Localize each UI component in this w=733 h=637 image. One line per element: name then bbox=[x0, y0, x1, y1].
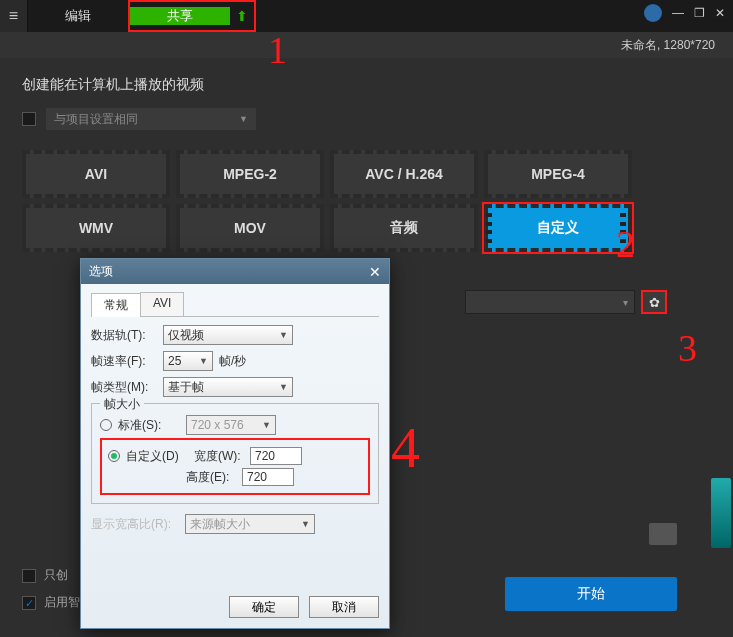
smart-render-checkbox[interactable] bbox=[22, 596, 36, 610]
minimize-button[interactable]: — bbox=[672, 6, 684, 20]
dialog-titlebar[interactable]: 选项 ✕ bbox=[81, 259, 389, 284]
custom-label: 自定义(D) bbox=[126, 448, 188, 465]
options-dialog: 选项 ✕ 常规 AVI 数据轨(T): 仅视频 ▼ 帧速率(F): 25 ▼ 帧… bbox=[80, 258, 390, 629]
format-label: MPEG-2 bbox=[223, 166, 277, 182]
fps-value: 25 bbox=[168, 354, 181, 368]
format-mpeg2[interactable]: MPEG-2 bbox=[176, 150, 324, 198]
format-label: MOV bbox=[234, 220, 266, 236]
page-heading: 创建能在计算机上播放的视频 bbox=[22, 76, 711, 94]
height-label: 高度(E): bbox=[186, 469, 236, 486]
caret-down-icon: ▼ bbox=[262, 420, 271, 430]
format-grid: AVI MPEG-2 AVC / H.264 MPEG-4 WMV MOV 音频… bbox=[22, 150, 711, 252]
aspect-value: 来源帧大小 bbox=[190, 516, 250, 533]
dialog-close-button[interactable]: ✕ bbox=[369, 264, 381, 280]
gear-icon: ✿ bbox=[649, 295, 660, 310]
format-avc[interactable]: AVC / H.264 bbox=[330, 150, 478, 198]
project-same-select[interactable]: 与项目设置相同 ▼ bbox=[46, 108, 256, 130]
format-label: AVI bbox=[85, 166, 107, 182]
arrow-up-icon: ⬆ bbox=[230, 8, 254, 24]
tab-edit[interactable]: 编辑 bbox=[28, 0, 128, 32]
format-mov[interactable]: MOV bbox=[176, 204, 324, 252]
only-create-checkbox[interactable] bbox=[22, 569, 36, 583]
frametype-row: 帧类型(M): 基于帧 ▼ bbox=[91, 377, 379, 397]
restore-button[interactable]: ❐ bbox=[694, 6, 705, 20]
project-title: 未命名, 1280*720 bbox=[621, 37, 715, 54]
height-row: 高度(E): 720 bbox=[108, 468, 362, 486]
format-label: WMV bbox=[79, 220, 113, 236]
start-button-label: 开始 bbox=[577, 585, 605, 603]
format-audio[interactable]: 音频 bbox=[330, 204, 478, 252]
tab-share-highlight: 共享 ⬆ bbox=[128, 0, 256, 32]
caret-down-icon: ▼ bbox=[279, 382, 288, 392]
annotation-3: 3 bbox=[678, 326, 697, 370]
format-avi[interactable]: AVI bbox=[22, 150, 170, 198]
frametype-select[interactable]: 基于帧 ▼ bbox=[163, 377, 293, 397]
height-input[interactable]: 720 bbox=[242, 468, 294, 486]
format-label: MPEG-4 bbox=[531, 166, 585, 182]
app-badge-icon bbox=[644, 4, 662, 22]
dialog-buttons: 确定 取消 bbox=[81, 588, 389, 628]
track-row: 数据轨(T): 仅视频 ▼ bbox=[91, 325, 379, 345]
aspect-select: 来源帧大小 ▼ bbox=[185, 514, 315, 534]
caret-down-icon: ▼ bbox=[301, 519, 310, 529]
settings-gear-button[interactable]: ✿ bbox=[641, 290, 667, 314]
right-slider[interactable] bbox=[711, 478, 731, 548]
fps-label: 帧速率(F): bbox=[91, 353, 157, 370]
ok-button[interactable]: 确定 bbox=[229, 596, 299, 618]
top-bar: ≡ 编辑 共享 ⬆ — ❐ ✕ bbox=[0, 0, 733, 32]
caret-down-icon: ▾ bbox=[623, 297, 628, 308]
standard-size-select[interactable]: 720 x 576 ▼ bbox=[186, 415, 276, 435]
title-strip: 未命名, 1280*720 bbox=[0, 32, 733, 58]
fps-select[interactable]: 25 ▼ bbox=[163, 351, 213, 371]
custom-radio[interactable] bbox=[108, 450, 120, 462]
width-label: 宽度(W): bbox=[194, 448, 244, 465]
fps-row: 帧速率(F): 25 ▼ 帧/秒 bbox=[91, 351, 379, 371]
dialog-tab-avi[interactable]: AVI bbox=[140, 292, 184, 316]
framesize-fieldset: 帧大小 标准(S): 720 x 576 ▼ 自定义(D) 宽度(W): 720… bbox=[91, 403, 379, 504]
track-value: 仅视频 bbox=[168, 327, 204, 344]
dialog-tabs: 常规 AVI bbox=[91, 292, 379, 317]
dialog-body: 常规 AVI 数据轨(T): 仅视频 ▼ 帧速率(F): 25 ▼ 帧/秒 帧类… bbox=[81, 284, 389, 588]
custom-size-highlight: 自定义(D) 宽度(W): 720 高度(E): 720 bbox=[100, 438, 370, 495]
annotation-4: 4 bbox=[391, 414, 420, 481]
aspect-label: 显示宽高比(R): bbox=[91, 516, 179, 533]
fps-unit: 帧/秒 bbox=[219, 353, 246, 370]
close-button[interactable]: ✕ bbox=[715, 6, 725, 20]
standard-label: 标准(S): bbox=[118, 417, 180, 434]
width-input[interactable]: 720 bbox=[250, 447, 302, 465]
framesize-legend: 帧大小 bbox=[100, 396, 144, 413]
project-same-checkbox[interactable] bbox=[22, 112, 36, 126]
frametype-label: 帧类型(M): bbox=[91, 379, 157, 396]
tab-share[interactable]: 共享 bbox=[130, 7, 230, 25]
standard-radio[interactable] bbox=[100, 419, 112, 431]
start-button[interactable]: 开始 bbox=[505, 577, 677, 611]
standard-row: 标准(S): 720 x 576 ▼ bbox=[100, 415, 370, 435]
caret-down-icon: ▼ bbox=[279, 330, 288, 340]
dialog-title: 选项 bbox=[89, 263, 113, 280]
format-custom[interactable]: 自定义 bbox=[484, 204, 632, 252]
dialog-tab-general[interactable]: 常规 bbox=[91, 293, 141, 317]
caret-down-icon: ▼ bbox=[239, 114, 248, 124]
menu-button[interactable]: ≡ bbox=[0, 0, 28, 32]
track-label: 数据轨(T): bbox=[91, 327, 157, 344]
caret-down-icon: ▼ bbox=[199, 356, 208, 366]
project-same-label: 与项目设置相同 bbox=[54, 111, 138, 128]
custom-row: 自定义(D) 宽度(W): 720 bbox=[108, 447, 362, 465]
track-select[interactable]: 仅视频 ▼ bbox=[163, 325, 293, 345]
annotation-1: 1 bbox=[268, 28, 287, 72]
format-wmv[interactable]: WMV bbox=[22, 204, 170, 252]
project-settings-row: 与项目设置相同 ▼ bbox=[22, 108, 711, 130]
format-label: 自定义 bbox=[537, 219, 579, 237]
format-mpeg4[interactable]: MPEG-4 bbox=[484, 150, 632, 198]
standard-size-value: 720 x 576 bbox=[191, 418, 244, 432]
format-label: 音频 bbox=[390, 219, 418, 237]
annotation-2: 2 bbox=[616, 222, 635, 266]
cancel-button[interactable]: 取消 bbox=[309, 596, 379, 618]
folder-icon[interactable] bbox=[649, 523, 677, 545]
aspect-row: 显示宽高比(R): 来源帧大小 ▼ bbox=[91, 514, 379, 534]
window-controls: — ❐ ✕ bbox=[644, 4, 725, 22]
frametype-value: 基于帧 bbox=[168, 379, 204, 396]
output-path-select[interactable]: ▾ bbox=[465, 290, 635, 314]
format-label: AVC / H.264 bbox=[365, 166, 443, 182]
only-create-label: 只创 bbox=[44, 567, 68, 584]
